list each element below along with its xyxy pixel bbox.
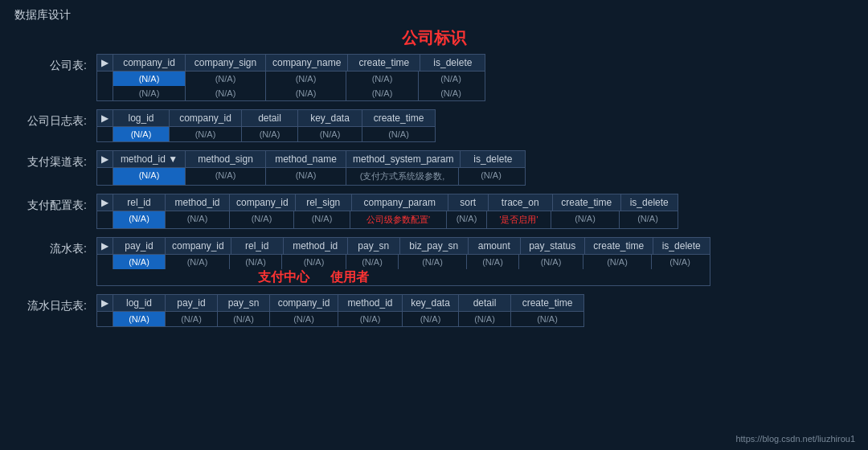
- table-cell: (N/A): [459, 168, 523, 185]
- column-header-0: log_id: [113, 110, 170, 126]
- column-header-0: method_id ▼: [113, 151, 186, 167]
- table-row: (N/A)(N/A)(N/A)(N/A)(N/A): [97, 86, 485, 100]
- table-cell: (N/A): [294, 211, 350, 228]
- table-cell: (N/A): [113, 211, 166, 228]
- table-label-5: 流水日志表:: [14, 294, 87, 313]
- table-header-4: ▶pay_idcompany_idrel_idmethod_idpay_snbi…: [97, 238, 710, 255]
- row-arrow-icon: ▶: [97, 151, 113, 167]
- column-header-3: key_data: [298, 110, 362, 126]
- table-cell: (N/A): [113, 312, 166, 326]
- row-arrow-icon: ▶: [97, 295, 113, 311]
- footer-url: https://blog.csdn.net/liuzhirou1: [735, 434, 855, 444]
- center-labels-row: 支付中心使用者: [97, 269, 710, 285]
- table-cell: (N/A): [419, 72, 483, 86]
- table-cell: (N/A): [346, 86, 419, 100]
- db-table-3: ▶rel_idmethod_idcompany_idrel_signcompan…: [96, 194, 678, 229]
- column-header-6: detail: [459, 295, 511, 311]
- db-table-5: ▶log_idpay_idpay_sncompany_idmethod_idke…: [96, 294, 584, 327]
- table-cell: (N/A): [459, 312, 511, 326]
- table-header-3: ▶rel_idmethod_idcompany_idrel_signcompan…: [97, 194, 678, 211]
- table-cell: (N/A): [242, 127, 298, 141]
- column-header-8: is_delete: [621, 194, 678, 211]
- column-header-3: method_id: [284, 238, 348, 254]
- column-header-1: pay_id: [166, 295, 218, 311]
- column-header-2: method_name: [266, 151, 346, 167]
- table-row: (N/A)(N/A)(N/A)(N/A)(N/A)(N/A)(N/A)(N/A): [97, 312, 583, 326]
- column-header-4: method_id: [338, 295, 403, 311]
- table-cell: (N/A): [113, 72, 186, 86]
- table-section-0: 公司表:▶company_idcompany_signcompany_namec…: [14, 54, 854, 101]
- table-cell: (N/A): [447, 211, 487, 228]
- row-arrow-icon: ▶: [97, 110, 113, 126]
- table-cell: (N/A): [467, 255, 519, 269]
- table-cell: (N/A): [170, 127, 242, 141]
- column-header-3: rel_sign: [296, 194, 352, 211]
- table-section-2: 支付渠道表:▶method_id ▼method_signmethod_name…: [14, 150, 854, 186]
- column-header-3: create_time: [348, 55, 420, 71]
- table-row: (N/A)(N/A)(N/A)(N/A)(N/A)(N/A)(N/A)(N/A)…: [97, 255, 710, 269]
- row-spacer: [97, 127, 113, 141]
- row-spacer: [97, 72, 113, 86]
- table-cell: (N/A): [166, 211, 230, 228]
- column-header-1: company_id: [166, 238, 231, 254]
- table-section-3: 支付配置表:▶rel_idmethod_idcompany_idrel_sign…: [14, 194, 854, 229]
- table-cell: (N/A): [519, 255, 583, 269]
- column-header-2: company_name: [266, 55, 348, 71]
- row-spacer: [97, 168, 113, 185]
- column-header-1: company_id: [170, 110, 242, 126]
- column-header-3: method_system_param: [346, 151, 461, 167]
- table-cell: (N/A): [230, 255, 282, 269]
- column-header-4: is_delete: [461, 151, 525, 167]
- table-cell: (N/A): [113, 86, 186, 100]
- table-section-4: 流水表:▶pay_idcompany_idrel_idmethod_idpay_…: [14, 237, 854, 286]
- table-cell: '是否启用': [487, 211, 551, 228]
- table-label-3: 支付配置表:: [14, 194, 87, 213]
- column-header-7: pay_status: [521, 238, 585, 254]
- table-cell: (N/A): [419, 86, 483, 100]
- table-cell: (N/A): [298, 127, 362, 141]
- table-label-1: 公司日志表:: [14, 109, 87, 129]
- table-label-0: 公司表:: [14, 54, 87, 73]
- table-header-5: ▶log_idpay_idpay_sncompany_idmethod_idke…: [97, 295, 583, 312]
- table-cell: (N/A): [186, 168, 266, 185]
- table-cell: (N/A): [113, 255, 166, 269]
- table-cell: (N/A): [230, 211, 294, 228]
- column-header-6: trace_on: [489, 194, 553, 211]
- table-section-1: 公司日志表:▶log_idcompany_iddetailkey_datacre…: [14, 109, 854, 142]
- column-header-9: is_delete: [653, 238, 710, 254]
- table-cell: (N/A): [166, 312, 218, 326]
- table-cell: (N/A): [652, 255, 708, 269]
- table-cell: (N/A): [166, 255, 230, 269]
- table-section-5: 流水日志表:▶log_idpay_idpay_sncompany_idmetho…: [14, 294, 854, 327]
- table-cell: (N/A): [266, 86, 346, 100]
- row-arrow-icon: ▶: [97, 238, 113, 254]
- table-cell: (N/A): [403, 312, 459, 326]
- table-cell: (N/A): [266, 72, 346, 86]
- column-header-3: company_id: [270, 295, 338, 311]
- center-label: 公司标识: [14, 27, 854, 49]
- center-label-text: 使用者: [330, 269, 369, 286]
- column-header-2: company_id: [230, 194, 296, 211]
- table-row: (N/A)(N/A)(N/A)(支付方式系统级参数,(N/A): [97, 168, 525, 185]
- row-spacer: [97, 211, 113, 228]
- column-header-0: log_id: [113, 295, 166, 311]
- table-cell: (N/A): [113, 127, 170, 141]
- table-cell: (N/A): [583, 255, 652, 269]
- column-header-4: is_delete: [420, 55, 485, 71]
- table-cell: (支付方式系统级参数,: [346, 168, 459, 185]
- table-cell: (N/A): [511, 312, 583, 326]
- column-header-1: method_id: [166, 194, 230, 211]
- center-label-text: 支付中心: [258, 269, 309, 286]
- row-spacer: [97, 86, 113, 100]
- table-cell: (N/A): [346, 255, 399, 269]
- column-header-4: pay_sn: [348, 238, 400, 254]
- column-header-6: amount: [469, 238, 521, 254]
- column-header-8: create_time: [585, 238, 653, 254]
- table-label-4: 流水表:: [14, 237, 87, 256]
- table-cell: 公司级参数配置': [350, 211, 447, 228]
- column-header-4: create_time: [362, 110, 435, 126]
- table-cell: (N/A): [282, 255, 346, 269]
- table-cell: (N/A): [113, 168, 186, 185]
- column-header-2: pay_sn: [218, 295, 270, 311]
- column-header-1: method_sign: [186, 151, 266, 167]
